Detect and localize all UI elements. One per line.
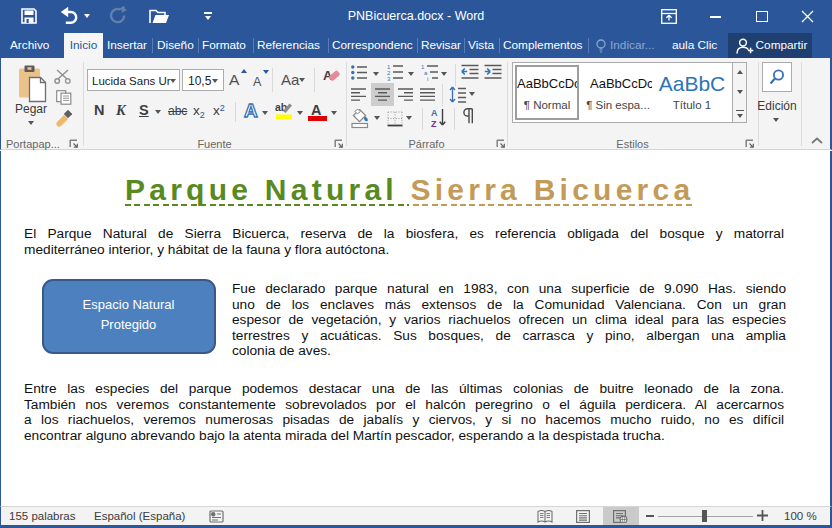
svg-text:Z: Z [431,119,437,128]
svg-text:A: A [431,108,438,118]
svg-text:i: i [427,76,428,82]
svg-text:3: 3 [387,76,391,82]
